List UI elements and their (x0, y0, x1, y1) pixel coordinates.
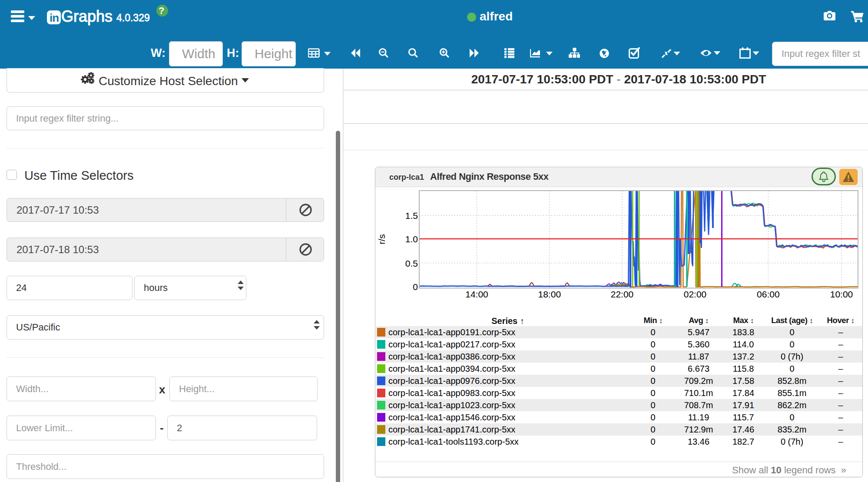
svg-text:18:00: 18:00 (538, 289, 561, 299)
svg-text:10:00: 10:00 (830, 289, 853, 299)
svg-text:02:00: 02:00 (684, 289, 707, 299)
svg-text:14:00: 14:00 (465, 289, 488, 299)
svg-text:in: in (50, 11, 59, 24)
svg-text:1.0: 1.0 (405, 234, 418, 244)
svg-text:r/s: r/s (377, 234, 387, 244)
svg-text:06:00: 06:00 (757, 289, 780, 299)
svg-text:1.5: 1.5 (405, 211, 418, 221)
svg-text:0: 0 (413, 282, 418, 292)
svg-text:0.5: 0.5 (405, 258, 418, 268)
svg-text:22:00: 22:00 (611, 289, 634, 299)
